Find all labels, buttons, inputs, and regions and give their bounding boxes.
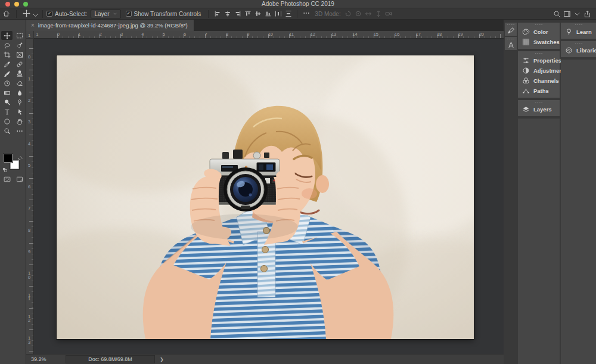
tool-eraser[interactable] (14, 79, 25, 88)
align-bottom-edges-button[interactable] (263, 8, 273, 20)
h-ruler-label: 3 (120, 32, 123, 37)
tool-rectangular-marquee[interactable] (14, 31, 25, 40)
drag-handle[interactable] (507, 38, 515, 40)
v-ruler-label: 0 (26, 55, 32, 60)
v-ruler-label: 1 0 (26, 272, 32, 279)
tool-path-selection[interactable] (14, 107, 25, 116)
home-icon (2, 10, 10, 17)
tool-dodge[interactable] (1, 98, 13, 107)
document-image[interactable] (57, 55, 474, 339)
layers-panel-button[interactable]: Layers (518, 104, 560, 114)
options-bar-right (552, 8, 592, 20)
tools-grid (0, 20, 26, 135)
status-expander-chevron[interactable]: ❯ (160, 357, 164, 362)
tool-type[interactable] (1, 107, 13, 116)
tool-zoom[interactable] (1, 126, 13, 135)
dock-empty-area (561, 60, 596, 364)
tool-hand[interactable] (14, 117, 25, 126)
tool-quick-selection[interactable] (14, 41, 25, 49)
blur-icon (16, 89, 23, 97)
chevron-down-button[interactable] (572, 8, 582, 20)
search-button[interactable] (552, 8, 562, 20)
drag-handle[interactable] (535, 101, 543, 103)
tool-lasso[interactable] (1, 41, 13, 49)
drag-handle[interactable] (535, 52, 543, 54)
tool-healing-brush[interactable] (14, 60, 25, 69)
ellipse-shape-icon (4, 118, 11, 125)
swatches-panel-button[interactable]: Swatches (518, 37, 560, 47)
h-ruler-label: 18 (437, 32, 442, 37)
character-panel-button[interactable] (505, 37, 517, 50)
v-ruler-label: 1 2 (26, 315, 32, 323)
eyedropper-icon (4, 61, 11, 68)
more-align-options-button[interactable] (301, 8, 311, 20)
channels-panel-button[interactable]: Channels (518, 76, 560, 86)
screen-mode-button[interactable] (15, 175, 24, 185)
tool-edit-toolbar[interactable] (14, 126, 25, 135)
home-button[interactable] (0, 8, 13, 20)
panel-label: Libraries (576, 47, 596, 54)
3d-rotate-button (343, 8, 353, 20)
v-ruler-label: 7 (26, 207, 32, 211)
distribute-vertical-centers-button[interactable] (283, 8, 293, 20)
foreground-color-well[interactable] (4, 154, 13, 163)
workspace-button[interactable] (562, 8, 572, 20)
brush-settings-icon (507, 27, 515, 35)
document-tab[interactable]: × image-from-rawpixel-id-424687-jpeg.jpg… (26, 20, 194, 31)
zoom-level-field[interactable]: 39.2% (31, 356, 55, 362)
workspace-icon (563, 10, 571, 18)
tool-gradient[interactable] (1, 88, 13, 97)
auto-select-target-value: Layer (94, 11, 109, 17)
h-ruler-label: 1 (36, 32, 38, 37)
align-right-edges-button[interactable] (232, 8, 243, 20)
tool-frame[interactable] (14, 50, 25, 59)
drag-handle[interactable] (575, 24, 583, 26)
share-button[interactable] (582, 8, 592, 20)
h-ruler-label: 4 (141, 32, 144, 37)
tool-brush[interactable] (1, 69, 13, 78)
auto-select-checkbox[interactable]: ✓ (46, 11, 52, 17)
align-vertical-centers-button[interactable] (253, 8, 263, 20)
canvas-area[interactable] (34, 39, 504, 354)
close-tab-icon[interactable]: × (31, 22, 35, 29)
tool-eyedropper[interactable] (1, 60, 13, 69)
paths-icon (522, 87, 530, 95)
quick-mask-button[interactable] (3, 175, 11, 185)
tool-move[interactable] (1, 31, 13, 40)
libraries-panel-button[interactable]: Libraries (561, 45, 596, 55)
drag-handle[interactable] (507, 24, 515, 26)
tool-ellipse-shape[interactable] (1, 117, 13, 126)
tool-pen[interactable] (14, 98, 25, 107)
color-panel-button[interactable]: Color (518, 27, 560, 37)
auto-select-target-dropdown[interactable]: Layer (91, 10, 120, 18)
distribute-horizontal-centers-icon (275, 10, 282, 17)
3d-drag-button (364, 8, 374, 20)
align-top-edges-button[interactable] (243, 8, 253, 20)
show-transform-label: Show Transform Controls (134, 11, 201, 17)
drag-handle[interactable] (535, 24, 543, 26)
panel-label: Layers (533, 106, 552, 113)
panel-dock: ColorSwatchesPropertiesAdjustmentsChanne… (504, 20, 596, 364)
libraries-icon (565, 46, 573, 54)
status-bar: 39.2% Doc: 69.8M/69.8M ❯ (26, 354, 504, 364)
drag-handle[interactable] (575, 42, 583, 44)
adjustments-panel-button[interactable]: Adjustments (518, 66, 560, 76)
distribute-horizontal-centers-button[interactable] (273, 8, 283, 20)
divider (42, 10, 43, 18)
brush-settings-panel-button[interactable] (505, 23, 517, 36)
move-tool-preset-button[interactable] (20, 8, 39, 20)
panel-label: Color (533, 29, 548, 35)
tool-clone-stamp[interactable] (14, 69, 25, 78)
paths-panel-button[interactable]: Paths (518, 86, 560, 96)
tool-history-brush[interactable] (1, 79, 13, 88)
3d-mode-label: 3D Mode: (315, 11, 340, 17)
default-colors-icon (2, 167, 8, 173)
tool-blur[interactable] (14, 88, 25, 97)
tool-crop[interactable] (1, 50, 13, 59)
learn-panel-button[interactable]: Learn (561, 27, 596, 37)
show-transform-checkbox[interactable]: ✓ (126, 11, 132, 17)
align-horizontal-centers-button[interactable] (222, 8, 232, 20)
properties-panel-button[interactable]: Properties (518, 55, 560, 66)
type-icon (4, 108, 11, 116)
align-left-edges-button[interactable] (212, 8, 222, 20)
